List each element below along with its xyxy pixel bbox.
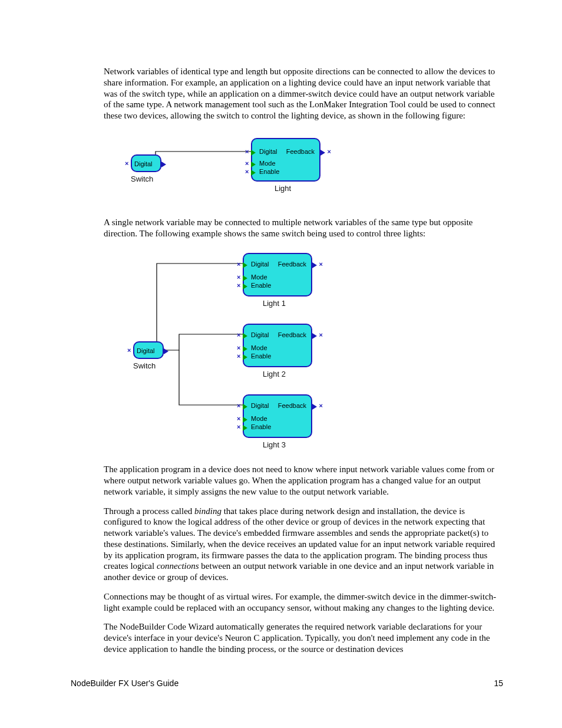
light3-in-mode-icon xyxy=(243,417,247,423)
switch2-output-port-icon xyxy=(164,348,168,354)
light2-in-digital-icon xyxy=(243,333,247,339)
light2-out-feedback-icon xyxy=(312,333,317,339)
light1-in-digital-label: Digital xyxy=(251,261,269,268)
p4-part-a: Through a process called xyxy=(104,506,194,516)
light-input-enable-label: Enable xyxy=(259,168,279,175)
light2-node: × Digital Feedback × × Mode × Enable xyxy=(243,324,312,367)
diagram-switch-light: Digital × Switch × Digital Feedback × × … xyxy=(120,136,332,206)
light2-in-digital-label: Digital xyxy=(251,331,269,338)
light3-in-mode-x-icon: × xyxy=(237,415,240,422)
light3-caption: Light 3 xyxy=(263,440,286,449)
light2-in-mode-label: Mode xyxy=(251,344,267,351)
light1-out-feedback-x-icon: × xyxy=(319,261,323,268)
p4-connections-term: connections xyxy=(157,561,199,571)
light2-in-enable-x-icon: × xyxy=(237,353,240,360)
page-footer: NodeBuilder FX User's Guide 15 xyxy=(71,678,503,688)
light1-out-feedback-icon xyxy=(312,262,317,268)
light3-in-digital-label: Digital xyxy=(251,402,269,409)
light1-in-mode-icon xyxy=(243,275,247,281)
paragraph-2: A single network variable may be connect… xyxy=(104,217,503,239)
p4-binding-term: binding xyxy=(194,506,222,516)
light-output-feedback-icon xyxy=(320,150,325,156)
light-input-mode-label: Mode xyxy=(259,160,276,167)
switch-node: Digital × xyxy=(131,154,161,172)
light-input-enable-icon xyxy=(251,170,256,176)
light-input-enable-x-icon: × xyxy=(245,168,249,175)
light-input-mode-x-icon: × xyxy=(245,160,249,167)
paragraph-3: The application program in a device does… xyxy=(104,464,503,497)
light-input-digital-label: Digital xyxy=(259,148,277,155)
light2-out-feedback-x-icon: × xyxy=(319,331,323,338)
paragraph-6: The NodeBuilder Code Wizard automaticall… xyxy=(104,621,503,654)
light2-in-mode-icon xyxy=(243,346,247,352)
light1-in-mode-label: Mode xyxy=(251,274,267,281)
light3-in-digital-icon xyxy=(243,404,247,410)
light3-in-enable-label: Enable xyxy=(251,423,271,430)
paragraph-1: Network variables of identical type and … xyxy=(104,66,503,121)
light1-in-digital-x-icon: × xyxy=(237,261,240,268)
switch-port-label: Digital xyxy=(134,160,153,167)
switch-output-port-icon xyxy=(161,162,166,167)
switch2-caption: Switch xyxy=(133,361,156,370)
page: Network variables of identical type and … xyxy=(0,0,562,728)
footer-title: NodeBuilder FX User's Guide xyxy=(71,678,178,688)
light1-out-feedback-label: Feedback xyxy=(278,261,306,268)
light3-node: × Digital Feedback × × Mode × Enable xyxy=(243,394,312,438)
switch2-output-x-icon: × xyxy=(127,347,131,354)
light3-out-feedback-icon xyxy=(312,404,317,410)
switch-caption: Switch xyxy=(131,174,153,183)
light2-in-mode-x-icon: × xyxy=(237,344,240,351)
light-caption: Light xyxy=(275,184,291,193)
light-node: × Digital Feedback × × Mode × Enable xyxy=(251,138,320,182)
light2-caption: Light 2 xyxy=(263,370,286,378)
light-input-mode-icon xyxy=(251,162,256,167)
paragraph-4: Through a process called binding that ta… xyxy=(104,506,503,583)
light1-in-enable-label: Enable xyxy=(251,282,271,289)
light1-in-enable-x-icon: × xyxy=(237,282,240,289)
light3-in-enable-icon xyxy=(243,425,247,431)
switch2-node: Digital × xyxy=(133,341,164,359)
switch-output-x-icon: × xyxy=(125,160,128,167)
light1-node: × Digital Feedback × × Mode × Enable xyxy=(243,253,312,297)
light1-caption: Light 1 xyxy=(263,299,286,308)
light3-in-enable-x-icon: × xyxy=(237,423,240,430)
diagram-switch-three-lights: Digital × Switch × Digital Feedback × × … xyxy=(120,253,332,453)
light2-out-feedback-label: Feedback xyxy=(278,331,306,338)
light-output-feedback-x-icon: × xyxy=(328,148,331,155)
light1-in-mode-x-icon: × xyxy=(237,274,240,281)
switch2-port-label: Digital xyxy=(137,347,155,354)
light2-in-enable-label: Enable xyxy=(251,353,271,360)
light1-in-enable-icon xyxy=(243,284,247,289)
footer-page-number: 15 xyxy=(494,678,503,688)
light-input-digital-x-icon: × xyxy=(245,148,249,155)
light3-out-feedback-label: Feedback xyxy=(278,402,306,409)
paragraph-5: Connections may be thought of as virtual… xyxy=(104,591,503,614)
light3-in-digital-x-icon: × xyxy=(237,402,240,409)
light1-in-digital-icon xyxy=(243,262,247,268)
light2-in-enable-icon xyxy=(243,354,247,360)
light-input-digital-icon xyxy=(251,150,256,156)
light3-out-feedback-x-icon: × xyxy=(319,402,323,409)
light2-in-digital-x-icon: × xyxy=(237,331,240,338)
light-output-feedback-label: Feedback xyxy=(286,148,315,155)
light3-in-mode-label: Mode xyxy=(251,415,267,422)
